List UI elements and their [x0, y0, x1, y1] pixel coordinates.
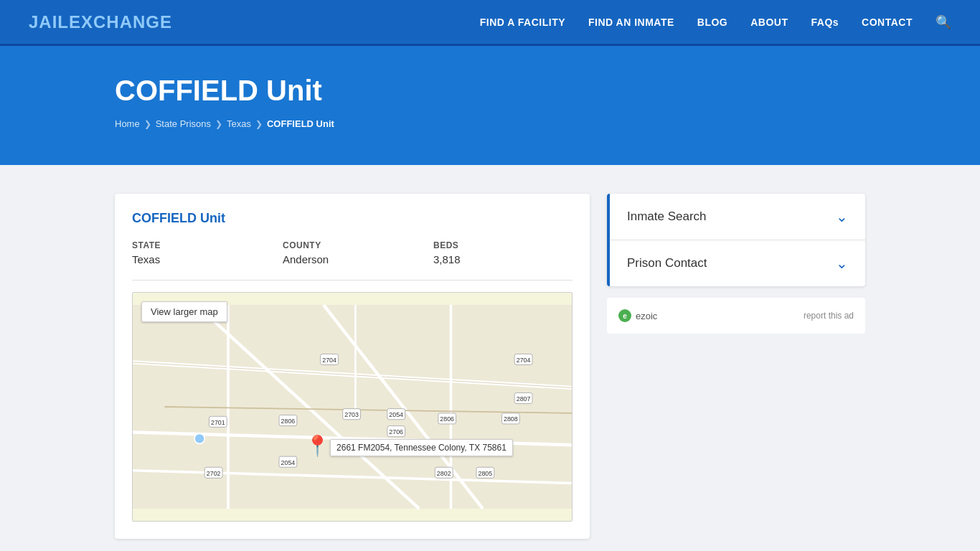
- svg-text:2703: 2703: [344, 411, 359, 418]
- prison-contact-chevron-icon: ⌄: [836, 255, 848, 272]
- prison-contact-item[interactable]: Prison Contact ⌄: [610, 240, 865, 286]
- hero-section: COFFIELD Unit Home ❯ State Prisons ❯ Tex…: [0, 46, 980, 165]
- breadcrumb-texas[interactable]: Texas: [227, 118, 251, 129]
- map-address-label: 2661 FM2054, Tennessee Colony, TX 75861: [330, 439, 513, 456]
- ad-area: e ezoic report this ad: [607, 298, 865, 334]
- svg-text:2702: 2702: [207, 470, 221, 477]
- main-content: COFFIELD Unit STATE Texas COUNTY Anderso…: [0, 165, 980, 551]
- state-value: Texas: [132, 253, 271, 265]
- breadcrumb-sep3: ❯: [255, 119, 263, 129]
- nav-find-facility[interactable]: FIND A FACILITY: [480, 17, 565, 28]
- ezoic-icon: e: [618, 309, 631, 322]
- divider: [132, 280, 573, 281]
- svg-point-39: [194, 433, 204, 443]
- beds-info: BEDS 3,818: [433, 240, 573, 265]
- svg-text:2706: 2706: [389, 428, 403, 435]
- breadcrumb-current: COFFIELD Unit: [267, 118, 334, 129]
- logo-part2: EXCHANGE: [69, 12, 172, 32]
- breadcrumb-state-prisons[interactable]: State Prisons: [156, 118, 211, 129]
- map-container: View larger map: [132, 292, 573, 522]
- ezoic-logo: e ezoic: [618, 309, 657, 322]
- breadcrumb: Home ❯ State Prisons ❯ Texas ❯ COFFIELD …: [115, 118, 865, 129]
- facility-card: COFFIELD Unit STATE Texas COUNTY Anderso…: [115, 194, 590, 539]
- svg-text:2704: 2704: [517, 357, 531, 364]
- facility-name: COFFIELD Unit: [132, 211, 573, 226]
- county-info: COUNTY Anderson: [283, 240, 422, 265]
- search-icon[interactable]: 🔍: [936, 14, 951, 30]
- inmate-search-label: Inmate Search: [627, 209, 707, 224]
- facility-info-grid: STATE Texas COUNTY Anderson BEDS 3,818: [132, 240, 573, 265]
- svg-text:2704: 2704: [322, 357, 336, 364]
- svg-text:2054: 2054: [389, 411, 403, 418]
- inmate-search-chevron-icon: ⌄: [836, 208, 848, 225]
- page-title: COFFIELD Unit: [115, 75, 865, 107]
- svg-text:2806: 2806: [440, 415, 454, 423]
- state-label: STATE: [132, 240, 271, 250]
- svg-text:2805: 2805: [479, 470, 493, 477]
- report-ad-link[interactable]: report this ad: [804, 311, 854, 321]
- breadcrumb-sep1: ❯: [144, 119, 151, 129]
- county-value: Anderson: [283, 253, 422, 265]
- nav-contact[interactable]: CONTACT: [862, 17, 913, 28]
- county-label: COUNTY: [283, 240, 422, 250]
- svg-text:2054: 2054: [281, 459, 296, 466]
- nav-faqs[interactable]: FAQs: [811, 17, 839, 28]
- map-pin: 📍: [305, 436, 330, 456]
- view-larger-map-button[interactable]: View larger map: [141, 301, 227, 322]
- site-logo[interactable]: JAILEXCHANGE: [29, 12, 172, 32]
- map-inner: 2704 2704 2701 2806 2806 2808 2703 2054: [133, 293, 572, 521]
- nav-find-inmate[interactable]: FIND AN INMATE: [588, 17, 674, 28]
- svg-text:2806: 2806: [281, 418, 296, 425]
- state-info: STATE Texas: [132, 240, 271, 265]
- breadcrumb-sep2: ❯: [215, 119, 222, 129]
- svg-text:2808: 2808: [504, 415, 518, 423]
- location-pin-icon: 📍: [305, 435, 330, 457]
- beds-value: 3,818: [433, 253, 573, 265]
- breadcrumb-home[interactable]: Home: [115, 118, 140, 129]
- svg-text:2701: 2701: [211, 419, 225, 426]
- nav-about[interactable]: ABOUT: [750, 17, 788, 28]
- right-sidebar: Inmate Search ⌄ Prison Contact ⌄ e ezoic…: [607, 194, 865, 334]
- nav-blog[interactable]: BLOG: [697, 17, 727, 28]
- svg-text:2802: 2802: [437, 470, 451, 477]
- svg-text:2807: 2807: [517, 395, 531, 402]
- nav-links: FIND A FACILITY FIND AN INMATE BLOG ABOU…: [480, 14, 951, 30]
- inmate-search-item[interactable]: Inmate Search ⌄: [610, 194, 865, 240]
- prison-contact-label: Prison Contact: [627, 256, 707, 270]
- logo-part1: JAIL: [29, 12, 69, 32]
- sidebar-card: Inmate Search ⌄ Prison Contact ⌄: [607, 194, 865, 286]
- navigation: JAILEXCHANGE FIND A FACILITY FIND AN INM…: [0, 0, 980, 46]
- map-svg: 2704 2704 2701 2806 2806 2808 2703 2054: [133, 293, 572, 521]
- beds-label: BEDS: [433, 240, 573, 250]
- ezoic-brand: ezoic: [636, 311, 657, 321]
